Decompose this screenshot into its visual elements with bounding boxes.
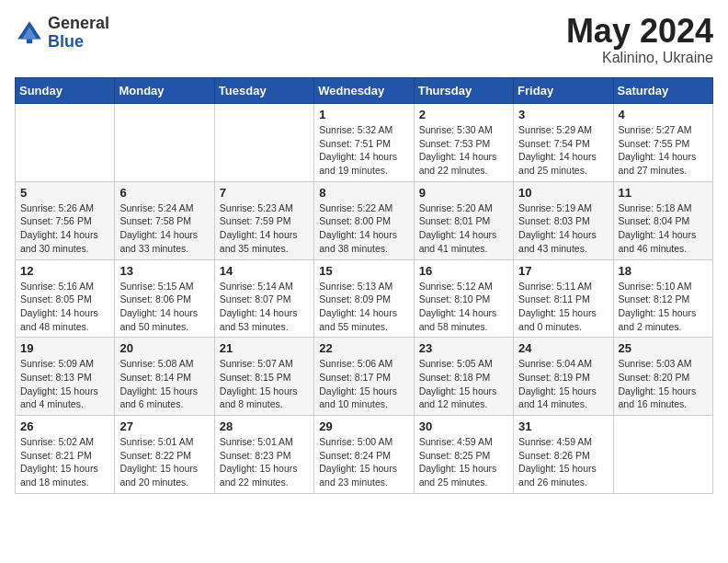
- day-info: Sunrise: 5:06 AM Sunset: 8:17 PM Dayligh…: [319, 357, 408, 411]
- day-number: 5: [20, 186, 109, 200]
- calendar-cell: 31Sunrise: 4:59 AM Sunset: 8:26 PM Dayli…: [514, 416, 613, 494]
- day-number: 30: [419, 419, 508, 433]
- day-number: 11: [619, 186, 708, 200]
- calendar-cell: 14Sunrise: 5:14 AM Sunset: 8:07 PM Dayli…: [214, 259, 313, 338]
- day-number: 14: [220, 264, 309, 278]
- day-number: 20: [119, 341, 209, 355]
- calendar-cell: 16Sunrise: 5:12 AM Sunset: 8:10 PM Dayli…: [414, 259, 513, 338]
- day-number: 29: [319, 419, 408, 433]
- calendar-cell: 5Sunrise: 5:26 AM Sunset: 7:56 PM Daylig…: [16, 181, 115, 259]
- calendar-cell: 11Sunrise: 5:18 AM Sunset: 8:04 PM Dayli…: [613, 181, 712, 259]
- title-location: Kalinino, Ukraine: [566, 50, 713, 66]
- day-info: Sunrise: 5:01 AM Sunset: 8:23 PM Dayligh…: [220, 435, 309, 489]
- calendar-cell: 4Sunrise: 5:27 AM Sunset: 7:55 PM Daylig…: [613, 104, 712, 182]
- day-info: Sunrise: 5:11 AM Sunset: 8:11 PM Dayligh…: [518, 280, 608, 334]
- calendar-cell: 22Sunrise: 5:06 AM Sunset: 8:17 PM Dayli…: [314, 338, 414, 416]
- day-number: 6: [119, 186, 209, 200]
- day-info: Sunrise: 5:18 AM Sunset: 8:04 PM Dayligh…: [619, 201, 708, 256]
- day-number: 15: [319, 264, 408, 278]
- calendar-cell: 1Sunrise: 5:32 AM Sunset: 7:51 PM Daylig…: [314, 104, 414, 182]
- day-number: 27: [119, 419, 209, 433]
- day-number: 22: [319, 341, 408, 355]
- day-info: Sunrise: 4:59 AM Sunset: 8:25 PM Dayligh…: [419, 435, 508, 489]
- calendar-cell: 30Sunrise: 4:59 AM Sunset: 8:25 PM Dayli…: [414, 416, 513, 494]
- day-info: Sunrise: 5:05 AM Sunset: 8:18 PM Dayligh…: [419, 357, 508, 411]
- week-row-2: 12Sunrise: 5:16 AM Sunset: 8:05 PM Dayli…: [16, 259, 713, 338]
- calendar-cell: 12Sunrise: 5:16 AM Sunset: 8:05 PM Dayli…: [16, 259, 115, 338]
- calendar-cell: 13Sunrise: 5:15 AM Sunset: 8:06 PM Dayli…: [115, 259, 214, 338]
- calendar-cell: [613, 416, 712, 494]
- weekday-tuesday: Tuesday: [214, 78, 313, 104]
- logo-general: General: [48, 15, 109, 33]
- day-info: Sunrise: 5:19 AM Sunset: 8:03 PM Dayligh…: [518, 201, 608, 256]
- calendar-cell: 17Sunrise: 5:11 AM Sunset: 8:11 PM Dayli…: [514, 259, 613, 338]
- day-number: 17: [518, 264, 608, 278]
- calendar-cell: 10Sunrise: 5:19 AM Sunset: 8:03 PM Dayli…: [514, 181, 613, 259]
- day-info: Sunrise: 5:23 AM Sunset: 7:59 PM Dayligh…: [220, 201, 309, 256]
- logo: General Blue: [15, 15, 109, 52]
- calendar-cell: 21Sunrise: 5:07 AM Sunset: 8:15 PM Dayli…: [214, 338, 313, 416]
- weekday-sunday: Sunday: [16, 78, 115, 104]
- day-number: 23: [419, 341, 508, 355]
- day-info: Sunrise: 5:14 AM Sunset: 8:07 PM Dayligh…: [220, 280, 309, 334]
- day-info: Sunrise: 5:09 AM Sunset: 8:13 PM Dayligh…: [20, 357, 109, 411]
- calendar-cell: 2Sunrise: 5:30 AM Sunset: 7:53 PM Daylig…: [414, 104, 513, 182]
- day-info: Sunrise: 5:29 AM Sunset: 7:54 PM Dayligh…: [518, 123, 608, 178]
- day-info: Sunrise: 5:26 AM Sunset: 7:56 PM Dayligh…: [20, 201, 109, 256]
- day-info: Sunrise: 5:22 AM Sunset: 8:00 PM Dayligh…: [319, 201, 408, 256]
- calendar-cell: 28Sunrise: 5:01 AM Sunset: 8:23 PM Dayli…: [214, 416, 313, 494]
- day-number: 18: [619, 264, 708, 278]
- weekday-friday: Friday: [514, 78, 613, 104]
- week-row-0: 1Sunrise: 5:32 AM Sunset: 7:51 PM Daylig…: [16, 104, 713, 182]
- svg-rect-2: [27, 39, 32, 43]
- calendar-cell: 29Sunrise: 5:00 AM Sunset: 8:24 PM Dayli…: [314, 416, 414, 494]
- week-row-3: 19Sunrise: 5:09 AM Sunset: 8:13 PM Dayli…: [16, 338, 713, 416]
- calendar-cell: 27Sunrise: 5:01 AM Sunset: 8:22 PM Dayli…: [115, 416, 214, 494]
- day-info: Sunrise: 5:16 AM Sunset: 8:05 PM Dayligh…: [20, 280, 109, 334]
- calendar-cell: 26Sunrise: 5:02 AM Sunset: 8:21 PM Dayli…: [16, 416, 115, 494]
- day-info: Sunrise: 5:12 AM Sunset: 8:10 PM Dayligh…: [419, 280, 508, 334]
- day-number: 4: [619, 108, 708, 121]
- day-number: 19: [20, 341, 109, 355]
- day-number: 10: [518, 186, 608, 200]
- calendar-cell: [115, 104, 214, 182]
- logo-blue: Blue: [48, 33, 109, 52]
- day-number: 3: [518, 108, 608, 121]
- day-info: Sunrise: 5:20 AM Sunset: 8:01 PM Dayligh…: [419, 201, 508, 256]
- day-info: Sunrise: 5:32 AM Sunset: 7:51 PM Dayligh…: [319, 123, 408, 178]
- day-info: Sunrise: 5:08 AM Sunset: 8:14 PM Dayligh…: [119, 357, 209, 411]
- day-number: 12: [20, 264, 109, 278]
- logo-text: General Blue: [48, 15, 109, 52]
- calendar-cell: 15Sunrise: 5:13 AM Sunset: 8:09 PM Dayli…: [314, 259, 414, 338]
- calendar-cell: 7Sunrise: 5:23 AM Sunset: 7:59 PM Daylig…: [214, 181, 313, 259]
- weekday-thursday: Thursday: [414, 78, 513, 104]
- day-info: Sunrise: 5:27 AM Sunset: 7:55 PM Dayligh…: [619, 123, 708, 178]
- day-info: Sunrise: 5:04 AM Sunset: 8:19 PM Dayligh…: [518, 357, 608, 411]
- calendar-cell: 6Sunrise: 5:24 AM Sunset: 7:58 PM Daylig…: [115, 181, 214, 259]
- day-number: 24: [518, 341, 608, 355]
- calendar-body: 1Sunrise: 5:32 AM Sunset: 7:51 PM Daylig…: [16, 104, 713, 494]
- calendar-cell: 9Sunrise: 5:20 AM Sunset: 8:01 PM Daylig…: [414, 181, 513, 259]
- day-info: Sunrise: 4:59 AM Sunset: 8:26 PM Dayligh…: [518, 435, 608, 489]
- calendar-cell: 20Sunrise: 5:08 AM Sunset: 8:14 PM Dayli…: [115, 338, 214, 416]
- calendar-cell: [214, 104, 313, 182]
- calendar-cell: 25Sunrise: 5:03 AM Sunset: 8:20 PM Dayli…: [613, 338, 712, 416]
- day-info: Sunrise: 5:00 AM Sunset: 8:24 PM Dayligh…: [319, 435, 408, 489]
- day-number: 26: [20, 419, 109, 433]
- day-number: 21: [220, 341, 309, 355]
- weekday-wednesday: Wednesday: [314, 78, 414, 104]
- day-info: Sunrise: 5:01 AM Sunset: 8:22 PM Dayligh…: [119, 435, 209, 489]
- day-info: Sunrise: 5:10 AM Sunset: 8:12 PM Dayligh…: [619, 280, 708, 334]
- weekday-monday: Monday: [115, 78, 214, 104]
- calendar-cell: 8Sunrise: 5:22 AM Sunset: 8:00 PM Daylig…: [314, 181, 414, 259]
- day-number: 7: [220, 186, 309, 200]
- calendar-cell: 24Sunrise: 5:04 AM Sunset: 8:19 PM Dayli…: [514, 338, 613, 416]
- day-info: Sunrise: 5:24 AM Sunset: 7:58 PM Dayligh…: [119, 201, 209, 256]
- logo-icon: [15, 18, 44, 48]
- weekday-saturday: Saturday: [613, 78, 712, 104]
- week-row-4: 26Sunrise: 5:02 AM Sunset: 8:21 PM Dayli…: [16, 416, 713, 494]
- calendar-cell: [16, 104, 115, 182]
- title-month: May 2024: [566, 15, 713, 48]
- day-info: Sunrise: 5:13 AM Sunset: 8:09 PM Dayligh…: [319, 280, 408, 334]
- day-number: 9: [419, 186, 508, 200]
